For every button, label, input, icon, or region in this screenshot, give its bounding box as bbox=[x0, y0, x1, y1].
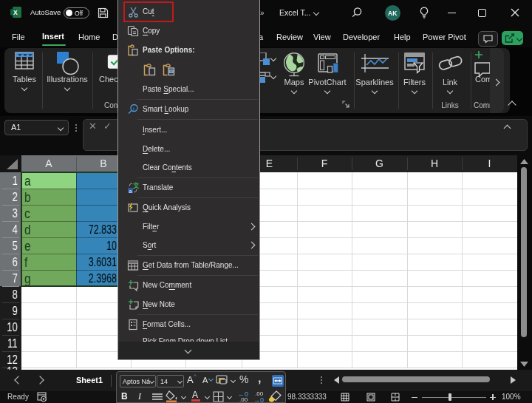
svg-text:文: 文 bbox=[132, 182, 139, 189]
svg-text:a: a bbox=[129, 189, 132, 194]
svg-text:i: i bbox=[133, 106, 134, 112]
svg-text:X: X bbox=[13, 9, 18, 16]
